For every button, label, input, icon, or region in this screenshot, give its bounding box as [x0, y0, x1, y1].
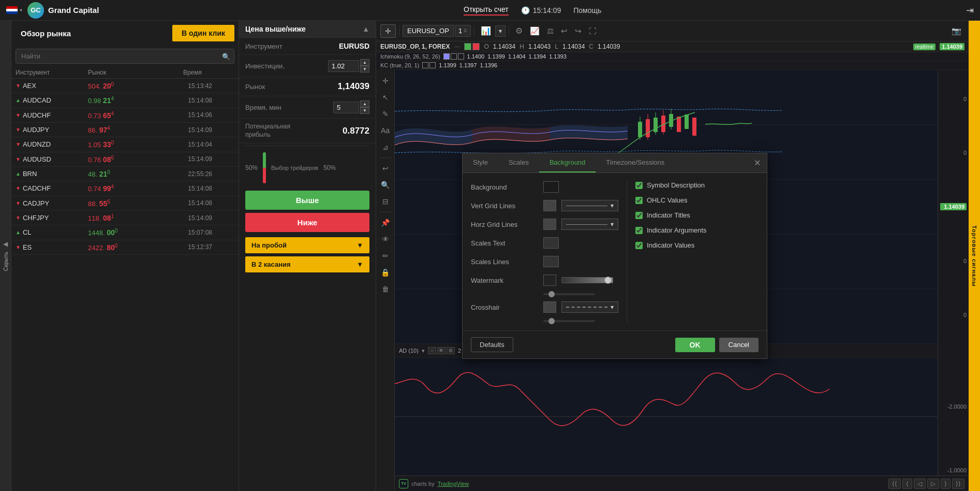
login-icon[interactable]: ⇥	[966, 5, 974, 16]
help-link[interactable]: Помощь	[573, 6, 601, 15]
flag-dropdown[interactable]: ▾	[6, 6, 22, 14]
crosshair-tool-button[interactable]: ✛	[380, 24, 396, 38]
footer-action-btns: OK Cancel	[675, 338, 759, 352]
sidebar-toggle[interactable]: ◀ Скрыть	[0, 21, 11, 491]
table-row[interactable]: ▼CHFJPY 118. 081 15:14:09	[11, 211, 239, 225]
cursor-tool[interactable]: ✛	[378, 73, 393, 89]
horz-color-box[interactable]	[543, 219, 556, 230]
chart-type-dropdown[interactable]: ▾	[495, 25, 506, 37]
vert-line-selector[interactable]: ▾	[561, 200, 618, 211]
slider-track1[interactable]	[543, 293, 595, 295]
investment-up[interactable]: ▲	[360, 59, 369, 66]
scales-lines-color[interactable]	[543, 256, 559, 267]
table-row[interactable]: ▼CADCHF 0.74 994 15:14:08	[11, 181, 239, 196]
nav-next[interactable]: ▷	[927, 479, 939, 489]
ohlc-checkbox[interactable]	[635, 197, 643, 204]
pin-tool[interactable]: 📌	[378, 215, 393, 230]
one-click-button[interactable]: В один клик	[172, 25, 234, 41]
cancel-button[interactable]: Cancel	[719, 338, 759, 352]
lower-button[interactable]: Ниже	[245, 213, 369, 232]
redo-button[interactable]: ↪	[572, 24, 585, 38]
table-row[interactable]: ▼AUDUSD 0.76 086 15:14:09	[11, 152, 239, 167]
table-row[interactable]: ▼AEX 504. 200 15:13:42	[11, 79, 239, 93]
ad-minus[interactable]: −	[428, 347, 436, 354]
back-tool[interactable]: ↩	[378, 161, 393, 176]
symbol-selector[interactable]: EURUSD_OP	[403, 25, 454, 37]
crosshair-color[interactable]	[543, 301, 556, 313]
vert-color-box[interactable]	[543, 200, 556, 211]
background-color-box[interactable]	[543, 181, 559, 193]
eye-tool[interactable]: 👁	[378, 232, 393, 247]
horz-line-selector[interactable]: ▾	[561, 219, 618, 230]
dialog-close-button[interactable]: ✕	[748, 153, 767, 172]
compare-button[interactable]: ⚖	[544, 24, 557, 38]
time-up[interactable]: ▲	[360, 100, 369, 107]
chart-settings-button[interactable]: ⚙	[512, 24, 526, 38]
open-account-button[interactable]: Открыть счет	[464, 5, 509, 16]
svg-rect-16	[692, 118, 696, 136]
market-overview-button[interactable]: Обзор рынка	[16, 26, 172, 41]
investment-down[interactable]: ▼	[360, 66, 369, 73]
ind-args-checkbox[interactable]	[635, 227, 643, 234]
zoom-tool[interactable]: 🔍	[378, 177, 393, 193]
table-row[interactable]: ▼CADJPY 88. 556 15:14:08	[11, 196, 239, 211]
tab-style[interactable]: Style	[463, 153, 498, 172]
table-row[interactable]: ▲CL 1448. 000 15:07:08	[11, 225, 239, 240]
tab-timezone[interactable]: Timezone/Sessions	[596, 153, 675, 172]
probe-button[interactable]: На пробой ▼	[245, 237, 369, 253]
slider-track2[interactable]	[543, 320, 595, 322]
slider-thumb1[interactable]	[548, 291, 555, 297]
trade-title: Цена выше/ниже	[245, 25, 306, 33]
ad-dropdown[interactable]: ▾	[422, 348, 425, 354]
investment-input[interactable]	[328, 60, 359, 72]
two-touch-button[interactable]: В 2 касания ▼	[245, 256, 369, 272]
lock-tool[interactable]: 🔒	[378, 265, 393, 280]
ad-gear[interactable]: ⚙	[447, 347, 455, 354]
nav-prev[interactable]: ◁	[914, 479, 926, 489]
table-row[interactable]: ▼ES 2422. 800 15:12:37	[11, 240, 239, 255]
table-row[interactable]: ▲AUDCAD 0.98 214 15:14:08	[11, 93, 239, 108]
bars-tool[interactable]: ⊟	[378, 194, 393, 209]
nav-last[interactable]: ⟩⟩	[952, 479, 964, 489]
watermark-thumb[interactable]	[604, 277, 612, 284]
trash-tool[interactable]: 🗑	[378, 281, 393, 297]
table-row[interactable]: ▼AUDJPY 86. 974 15:14:09	[11, 123, 239, 137]
nav-first[interactable]: ⟨⟨	[888, 479, 901, 489]
ind-titles-checkbox[interactable]	[635, 212, 643, 219]
watermark-slider-track[interactable]	[561, 277, 613, 283]
scales-text-color[interactable]	[543, 237, 559, 249]
table-row[interactable]: ▼AUDNZD 1.05 330 15:14:04	[11, 137, 239, 152]
defaults-button[interactable]: Defaults	[471, 337, 513, 352]
undo-button[interactable]: ↩	[558, 24, 571, 38]
chart-type-button[interactable]: 📊	[478, 24, 494, 38]
tab-background[interactable]: Background	[539, 153, 596, 172]
bar-chart-button[interactable]: 📈	[527, 24, 543, 38]
triangle-tool[interactable]: ⊿	[378, 139, 393, 155]
ok-button[interactable]: OK	[675, 338, 715, 352]
tab-scales[interactable]: Scales	[498, 153, 539, 172]
right-sidebar[interactable]: Торговые сигналы	[969, 21, 980, 491]
time-down[interactable]: ▼	[360, 107, 369, 114]
ind-values-checkbox[interactable]	[635, 242, 643, 249]
pencil-tool2[interactable]: ✏	[378, 248, 393, 264]
text-tool[interactable]: Aa	[378, 123, 393, 138]
watermark-color[interactable]	[543, 275, 556, 286]
crosshair-line-selector[interactable]: ▾	[561, 301, 618, 313]
draw-tool[interactable]: ✎	[378, 106, 393, 122]
nav-next-fast[interactable]: ⟩	[941, 479, 951, 489]
trade-expand-icon[interactable]: ▲	[362, 25, 369, 33]
symbol-desc-checkbox[interactable]	[635, 182, 643, 189]
search-input[interactable]	[16, 49, 234, 64]
fullscreen-button[interactable]: ⛶	[586, 24, 600, 37]
timeframe-selector[interactable]: 1 ⠿	[455, 25, 471, 37]
table-row[interactable]: ▲BRN 48. 210 22:55:26	[11, 167, 239, 181]
arrow-tool[interactable]: ↖	[378, 90, 393, 105]
time-input[interactable]	[333, 102, 359, 113]
table-row[interactable]: ▼AUDCHF 0.73 654 15:14:06	[11, 108, 239, 123]
tv-link[interactable]: TradingView	[438, 481, 469, 487]
nav-prev-fast[interactable]: ⟨	[902, 479, 912, 489]
slider-thumb2[interactable]	[548, 318, 555, 324]
higher-button[interactable]: Выше	[245, 191, 369, 210]
screenshot-button[interactable]: 📷	[948, 24, 964, 38]
ad-eye[interactable]: 👁	[437, 347, 446, 354]
